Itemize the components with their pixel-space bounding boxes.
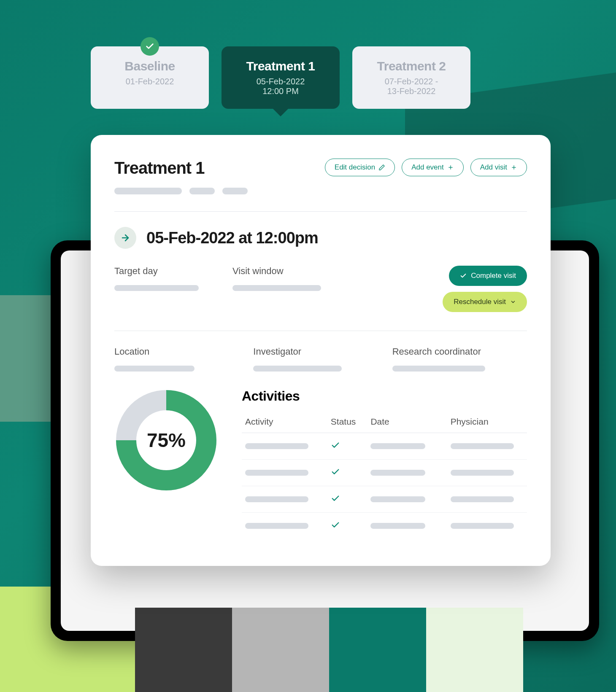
check-icon — [331, 494, 340, 503]
table-row[interactable] — [242, 486, 527, 513]
col-activity: Activity — [242, 412, 327, 433]
page-title: Treatment 1 — [114, 159, 205, 178]
activity-placeholder — [245, 443, 308, 449]
visit-datetime: 05-Feb-2022 at 12:00pm — [146, 229, 318, 247]
target-day-label: Target day — [114, 266, 228, 277]
step-treatment-2[interactable]: Treatment 2 07-Feb-2022 - 13-Feb-2022 — [352, 46, 470, 109]
date-placeholder — [370, 443, 425, 449]
visit-window-label: Visit window — [232, 266, 346, 277]
progress-donut: 75% — [114, 388, 218, 492]
step-date: 07-Feb-2022 - — [367, 77, 455, 86]
activity-placeholder — [245, 523, 308, 529]
visit-card: Treatment 1 Edit decision Add event Add … — [91, 135, 551, 566]
coordinator-value-placeholder — [392, 366, 485, 372]
step-date-end: 13-Feb-2022 — [367, 86, 455, 96]
step-title: Baseline — [106, 59, 194, 73]
step-title: Treatment 1 — [237, 59, 324, 73]
check-icon — [331, 520, 340, 530]
button-label: Edit decision — [335, 163, 375, 172]
activity-placeholder — [245, 470, 308, 476]
activities-title: Activities — [242, 388, 527, 404]
activity-placeholder — [245, 496, 308, 502]
complete-visit-button[interactable]: Complete visit — [449, 266, 527, 286]
physician-placeholder — [451, 523, 514, 529]
table-row[interactable] — [242, 513, 527, 539]
step-date: 01-Feb-2022 — [106, 77, 194, 86]
check-icon — [331, 441, 340, 450]
col-date: Date — [367, 412, 447, 433]
add-visit-button[interactable]: Add visit — [470, 159, 527, 176]
step-date: 05-Feb-2022 — [237, 77, 324, 86]
progress-percent: 75% — [114, 388, 218, 492]
reschedule-visit-button[interactable]: Reschedule visit — [443, 292, 527, 312]
location-value-placeholder — [114, 366, 195, 372]
physician-placeholder — [451, 496, 514, 502]
col-physician: Physician — [447, 412, 527, 433]
edit-decision-button[interactable]: Edit decision — [325, 159, 395, 176]
plus-icon — [447, 164, 454, 171]
tag-placeholders — [114, 188, 527, 194]
date-placeholder — [370, 523, 425, 529]
divider — [114, 331, 527, 331]
step-treatment-1[interactable]: Treatment 1 05-Feb-2022 12:00 PM — [222, 46, 340, 109]
pencil-icon — [378, 164, 385, 171]
chevron-down-icon — [510, 299, 516, 305]
step-title: Treatment 2 — [367, 59, 455, 73]
button-label: Add event — [411, 163, 444, 172]
date-placeholder — [370, 496, 425, 502]
col-status: Status — [327, 412, 367, 433]
divider — [114, 211, 527, 212]
activities-table: Activity Status Date Physician — [242, 412, 527, 539]
button-label: Complete visit — [471, 272, 516, 280]
timeline-steps: Baseline 01-Feb-2022 Treatment 1 05-Feb-… — [91, 46, 470, 109]
button-label: Add visit — [480, 163, 507, 172]
target-day-value-placeholder — [114, 285, 199, 291]
check-icon — [460, 272, 467, 279]
physician-placeholder — [451, 443, 514, 449]
investigator-value-placeholder — [253, 366, 342, 372]
check-icon — [140, 37, 159, 56]
step-time: 12:00 PM — [237, 86, 324, 96]
check-icon — [331, 467, 340, 477]
header-actions: Edit decision Add event Add visit — [325, 159, 527, 176]
visit-window-value-placeholder — [232, 285, 321, 291]
step-baseline[interactable]: Baseline 01-Feb-2022 — [91, 46, 209, 109]
date-placeholder — [370, 470, 425, 476]
add-event-button[interactable]: Add event — [402, 159, 464, 176]
table-row[interactable] — [242, 460, 527, 486]
color-swatches — [135, 608, 523, 692]
arrow-right-icon — [114, 227, 136, 249]
location-label: Location — [114, 346, 249, 357]
table-row[interactable] — [242, 433, 527, 460]
plus-icon — [511, 164, 517, 171]
physician-placeholder — [451, 470, 514, 476]
button-label: Reschedule visit — [454, 298, 506, 306]
investigator-label: Investigator — [253, 346, 388, 357]
coordinator-label: Research coordinator — [392, 346, 527, 357]
